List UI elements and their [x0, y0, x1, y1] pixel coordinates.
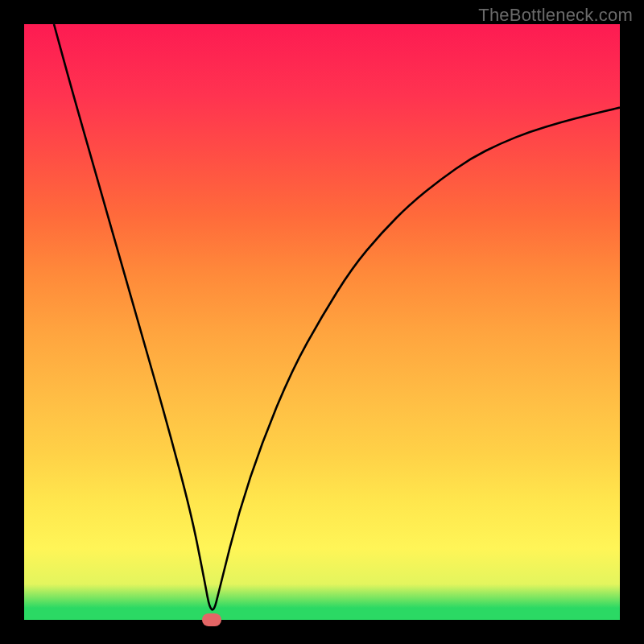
current-point-marker: [202, 613, 221, 626]
background-gradient: [24, 24, 620, 620]
plot-frame: [24, 24, 620, 620]
chart-container: TheBottleneck.com: [0, 0, 644, 644]
watermark-text: TheBottleneck.com: [478, 5, 633, 26]
